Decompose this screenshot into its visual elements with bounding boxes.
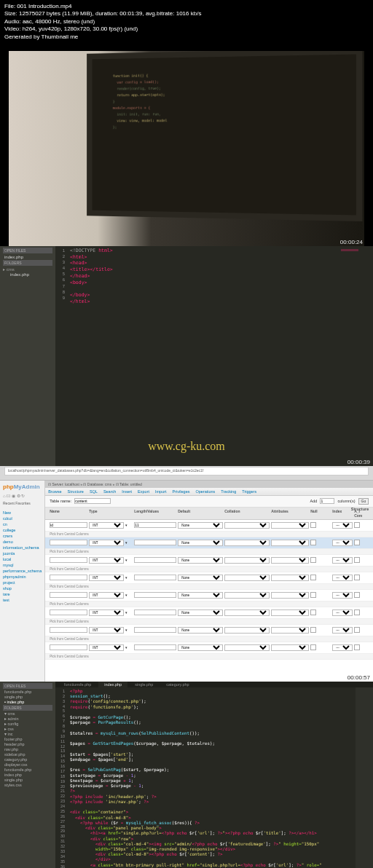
open-file-item[interactable]: functionsfe.php xyxy=(3,690,52,695)
db-item[interactable]: phpmyadmin xyxy=(3,574,42,580)
file-item[interactable]: nav.php xyxy=(3,747,52,752)
file-item[interactable]: index.php xyxy=(3,272,52,277)
col-index-select[interactable]: --- xyxy=(332,522,353,529)
file-item[interactable]: footer.php xyxy=(3,737,52,742)
file-item[interactable]: displayer.css xyxy=(3,762,52,768)
tab-browse[interactable]: Browse xyxy=(48,489,61,494)
col-name-input[interactable] xyxy=(50,540,87,545)
file-item[interactable]: index.php xyxy=(3,773,52,778)
line-gutter: 1 2 3 4 5 6 7 8 9 xyxy=(55,246,67,466)
db-item[interactable]: test xyxy=(3,597,42,603)
pma-tabs[interactable]: Browse Structure SQL Search Insert Expor… xyxy=(45,488,373,496)
minimap[interactable] xyxy=(356,687,373,868)
pma-icon-row[interactable]: ⌂ ⊡ ◉ ⚙ ↻ xyxy=(3,493,42,498)
db-tree[interactable]: New cdcol cn college czers demo informat… xyxy=(3,510,42,603)
open-files-section: OPEN FILES xyxy=(3,248,52,253)
folder-item[interactable]: ▸ admin xyxy=(3,717,52,722)
editor-sidebar[interactable]: OPEN FILES index.php FOLDERS ▸ cms index… xyxy=(0,246,55,466)
db-item[interactable]: joomla xyxy=(3,551,42,556)
pma-logo: phpMyAdmin xyxy=(3,484,42,490)
tab-structure[interactable]: Structure xyxy=(68,489,84,494)
db-item[interactable]: shop xyxy=(3,585,42,591)
db-item[interactable]: local xyxy=(3,556,42,562)
db-item[interactable]: cdcol xyxy=(3,516,42,521)
table-row: INT▾ None --- xyxy=(45,555,373,567)
add-count-input[interactable] xyxy=(320,498,334,504)
col-default-select[interactable]: None xyxy=(178,522,223,529)
table-row: INT ▾ None --- xyxy=(45,520,373,532)
tab-item[interactable]: single.php xyxy=(129,682,159,687)
tab-import[interactable]: Import xyxy=(155,489,167,494)
db-item[interactable]: information_schema xyxy=(3,545,42,551)
columns-label: column(s) xyxy=(337,499,355,503)
db-item[interactable]: mysql xyxy=(3,562,42,568)
col-len-input[interactable] xyxy=(134,522,176,528)
open-file-item[interactable]: • index.php xyxy=(3,700,52,705)
folder-item[interactable]: ▸ config xyxy=(3,722,52,727)
minimap[interactable] xyxy=(341,249,358,256)
db-item[interactable]: college xyxy=(3,527,42,533)
editor-sidebar[interactable]: OPEN FILES functionsfe.php single.php • … xyxy=(0,682,55,868)
side-tabs[interactable]: Recent Favorites xyxy=(3,501,42,505)
tab-export[interactable]: Export xyxy=(138,489,149,494)
folder-item[interactable]: ▾ inc xyxy=(3,732,52,737)
go-button[interactable]: Go xyxy=(358,498,369,505)
tab-privileges[interactable]: Privileges xyxy=(173,489,190,494)
tab-operations[interactable]: Operations xyxy=(195,489,215,494)
folder-item[interactable]: ▸ css xyxy=(3,727,52,732)
breadcrumb[interactable]: ⊡ Server: localhost » ⊡ Database: cms » … xyxy=(45,481,373,488)
open-file-item[interactable]: single.php xyxy=(3,695,52,700)
tab-item[interactable]: category.php xyxy=(160,682,195,687)
ai-checkbox[interactable] xyxy=(354,522,360,528)
col-default-select[interactable]: None xyxy=(178,540,223,546)
db-item[interactable]: demo xyxy=(3,539,42,545)
code-area[interactable]: <?php session_start(); require('config/c… xyxy=(67,687,356,868)
file-item[interactable]: styles.css xyxy=(3,783,52,788)
db-item[interactable]: New xyxy=(3,510,42,516)
tab-item[interactable]: functionsfe.php xyxy=(58,682,97,687)
table-name-label: Table name: xyxy=(50,499,71,503)
tab-triggers[interactable]: Triggers xyxy=(242,489,256,494)
editor-main: functionsfe.php index.php single.php cat… xyxy=(55,682,373,868)
add-label: Add xyxy=(310,499,318,503)
audio-line: Audio: aac, 48000 Hz, stereo (und) xyxy=(4,18,369,25)
url-bar[interactable]: localhost/phpmyadmin/server_databases.ph… xyxy=(4,467,369,476)
table-row: INT▾ None --- xyxy=(45,537,373,549)
null-checkbox[interactable] xyxy=(310,522,316,528)
project-folder[interactable]: ▾ cms xyxy=(3,711,52,717)
pick-central[interactable]: Pick from Central Columns xyxy=(45,549,373,555)
col-name-input[interactable] xyxy=(50,522,87,528)
pma-sidebar[interactable]: phpMyAdmin ⌂ ⊡ ◉ ⚙ ↻ Recent Favorites Ne… xyxy=(0,481,45,682)
file-item[interactable]: functionsfe.php xyxy=(3,768,52,773)
struct-header: Name Type Length/Values Default Collatio… xyxy=(45,508,373,520)
thumbnail-2-editor: OPEN FILES index.php FOLDERS ▸ cms index… xyxy=(0,246,373,466)
file-item[interactable]: category.php xyxy=(3,757,52,762)
db-item[interactable]: project xyxy=(3,580,42,585)
col-type-select[interactable]: INT xyxy=(89,540,124,546)
project-folder[interactable]: ▸ cms xyxy=(3,267,52,272)
col-type-select[interactable]: INT xyxy=(89,522,124,529)
db-item[interactable]: cn xyxy=(3,521,42,527)
tab-tracking[interactable]: Tracking xyxy=(221,489,236,494)
line-gutter: 12345 678910 1112131415 1617181920 21222… xyxy=(55,687,67,868)
col-attr-select[interactable] xyxy=(271,522,309,529)
tab-insert[interactable]: Insert xyxy=(122,489,132,494)
col-len-input[interactable] xyxy=(134,540,176,545)
db-item[interactable]: czers xyxy=(3,533,42,539)
open-file-item[interactable]: index.php xyxy=(3,254,52,260)
editor-tabs[interactable]: functionsfe.php index.php single.php cat… xyxy=(55,682,373,687)
pick-central[interactable]: Pick from Central Columns xyxy=(45,532,373,537)
tab-sql[interactable]: SQL xyxy=(90,489,98,494)
col-collation-select[interactable] xyxy=(224,522,270,529)
table-row: INT▾ None --- xyxy=(45,590,373,601)
tab-item[interactable]: index.php xyxy=(98,682,127,687)
file-item[interactable]: header.php xyxy=(3,742,52,747)
db-item[interactable]: performance_schema xyxy=(3,568,42,574)
file-item[interactable]: sidebar.php xyxy=(3,752,52,757)
code-area[interactable]: <!DOCTYPE html> <html> <head> <title></t… xyxy=(67,246,373,466)
file-item[interactable]: single.php xyxy=(3,778,52,783)
size-line: Size: 12575027 bytes (11.99 MiB), durati… xyxy=(4,10,369,17)
table-name-input[interactable] xyxy=(74,498,111,504)
tab-search[interactable]: Search xyxy=(103,489,116,494)
db-item[interactable]: tare xyxy=(3,591,42,597)
